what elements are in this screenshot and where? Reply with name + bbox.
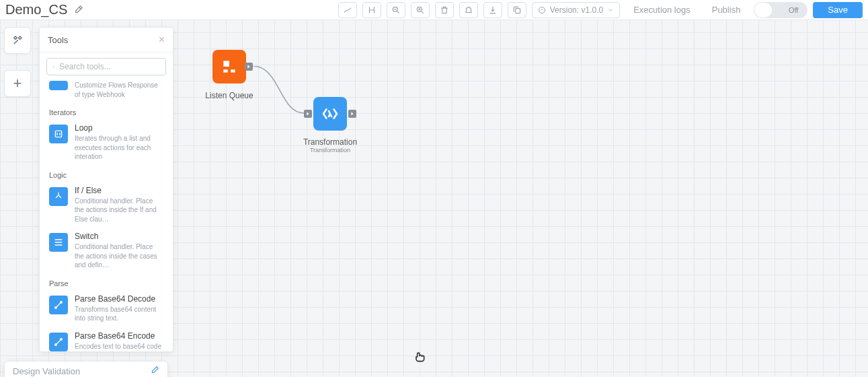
queue-icon bbox=[221, 58, 238, 75]
output-port[interactable] bbox=[348, 110, 356, 118]
svg-point-4 bbox=[53, 66, 54, 67]
align-icon[interactable] bbox=[362, 2, 381, 18]
category-label: Logic bbox=[44, 166, 169, 182]
toggle-label: Off bbox=[789, 6, 798, 14]
list-item[interactable]: Loop Iterates through a list and execute… bbox=[44, 119, 169, 166]
parse-icon bbox=[49, 333, 68, 351]
output-port[interactable] bbox=[245, 63, 253, 71]
lambda-icon bbox=[320, 104, 340, 124]
tool-desc: Conditional handler. Place the actions i… bbox=[75, 197, 163, 224]
toggle-knob bbox=[754, 3, 772, 18]
svg-rect-5 bbox=[55, 131, 61, 137]
switch-icon bbox=[49, 233, 68, 252]
tool-icon bbox=[49, 81, 68, 90]
trash-icon[interactable] bbox=[435, 2, 454, 18]
listen-queue-node[interactable] bbox=[212, 50, 246, 83]
connector-icon[interactable] bbox=[338, 2, 357, 18]
transformation-node[interactable] bbox=[313, 97, 347, 131]
panel-header: Tools × bbox=[40, 28, 173, 53]
flow-title-group: Demo_CS bbox=[5, 2, 83, 18]
tool-title: Loop bbox=[75, 123, 163, 133]
list-item[interactable]: Parse Base64 Decode Transforms base64 co… bbox=[44, 290, 169, 327]
version-label: Version: v1.0.0 bbox=[550, 5, 603, 15]
left-sidebar: + bbox=[4, 27, 31, 97]
chevron-down-icon bbox=[607, 7, 614, 13]
header-bar: Demo_CS Version: v1.0.0 Execution logs P… bbox=[0, 0, 868, 20]
list-item[interactable]: Customize Flows Response of type Webhook bbox=[44, 81, 169, 103]
copy-icon[interactable] bbox=[508, 2, 526, 18]
svg-rect-14 bbox=[223, 69, 228, 72]
tool-title: Parse Base64 Encode bbox=[75, 331, 161, 341]
tool-desc: Iterates through a list and executes act… bbox=[75, 134, 163, 162]
execution-logs-button[interactable]: Execution logs bbox=[625, 2, 699, 18]
category-label: Parse bbox=[44, 274, 169, 290]
tool-desc: Customize Flows Response of type Webhook bbox=[75, 81, 163, 99]
list-item[interactable]: If / Else Conditional handler. Place the… bbox=[44, 182, 169, 228]
tool-desc: Conditional handler. Place the actions i… bbox=[75, 242, 163, 270]
zoom-out-icon[interactable] bbox=[387, 2, 405, 18]
design-validation-label: Design Validation bbox=[13, 366, 80, 376]
list-item[interactable]: Parse Base64 Encode Encodes text to base… bbox=[44, 327, 169, 352]
tools-icon[interactable] bbox=[4, 27, 31, 54]
flow-title: Demo_CS bbox=[5, 2, 67, 18]
search-box[interactable] bbox=[46, 58, 166, 75]
input-port[interactable] bbox=[304, 110, 312, 118]
node-label-group: Transformation Transformation bbox=[293, 137, 367, 153]
edge-connector bbox=[253, 66, 313, 114]
category-label: Iterators bbox=[44, 103, 169, 119]
svg-rect-13 bbox=[231, 69, 235, 72]
on-off-toggle[interactable]: Off bbox=[754, 2, 807, 18]
tool-title: If / Else bbox=[75, 186, 163, 195]
node-label: Listen Queue bbox=[202, 91, 257, 100]
edit-icon[interactable] bbox=[150, 366, 159, 377]
panel-title: Tools bbox=[48, 35, 68, 45]
search-input[interactable] bbox=[59, 62, 160, 71]
bell-icon[interactable] bbox=[459, 2, 478, 18]
publish-button[interactable]: Publish bbox=[704, 2, 749, 18]
svg-rect-2 bbox=[515, 8, 520, 13]
close-icon[interactable]: × bbox=[159, 34, 165, 46]
edit-title-icon[interactable] bbox=[73, 5, 83, 15]
tool-desc: Encodes text to base64 code bbox=[75, 342, 161, 351]
svg-rect-12 bbox=[223, 61, 229, 67]
zoom-in-icon[interactable] bbox=[411, 2, 430, 18]
design-validation-bar[interactable]: Design Validation bbox=[4, 361, 168, 377]
add-button[interactable]: + bbox=[4, 70, 31, 97]
download-icon[interactable] bbox=[483, 2, 502, 18]
tools-panel: Tools × Customize Flows Response of type… bbox=[39, 27, 173, 352]
hand-cursor-icon bbox=[413, 350, 426, 364]
tool-title: Parse Base64 Decode bbox=[75, 294, 163, 304]
toolbar: Version: v1.0.0 Execution logs Publish O… bbox=[338, 2, 863, 18]
search-icon bbox=[52, 63, 55, 71]
tools-list[interactable]: Customize Flows Response of type Webhook… bbox=[40, 81, 173, 351]
tool-title: Switch bbox=[75, 232, 163, 241]
loop-icon bbox=[49, 125, 68, 143]
node-label: Transformation bbox=[293, 137, 367, 147]
node-sublabel: Transformation bbox=[293, 147, 367, 153]
save-button[interactable]: Save bbox=[813, 2, 863, 18]
tool-desc: Transforms base64 content into string te… bbox=[75, 305, 163, 323]
if-else-icon bbox=[49, 187, 68, 206]
parse-icon bbox=[49, 296, 68, 314]
version-select[interactable]: Version: v1.0.0 bbox=[532, 2, 620, 18]
list-item[interactable]: Switch Conditional handler. Place the ac… bbox=[44, 228, 169, 274]
